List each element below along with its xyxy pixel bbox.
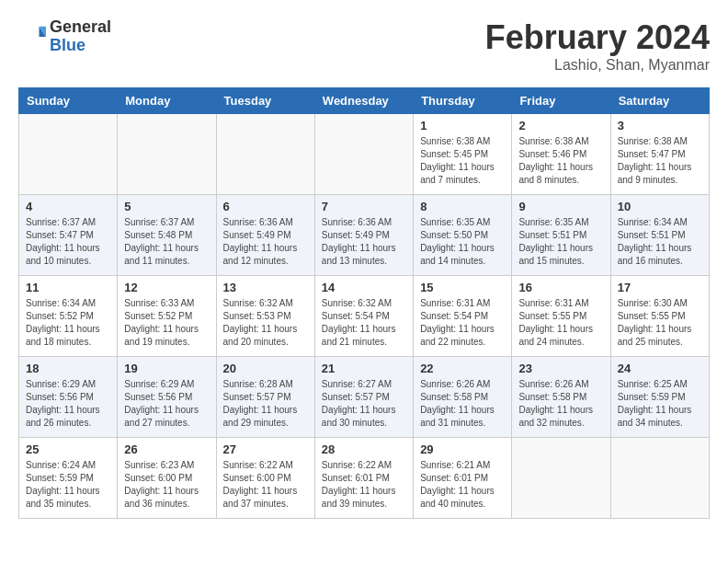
day-info: Sunrise: 6:30 AM Sunset: 5:55 PM Dayligh…	[618, 297, 702, 349]
day-number: 19	[124, 362, 209, 375]
day-info: Sunrise: 6:22 AM Sunset: 6:01 PM Dayligh…	[322, 459, 406, 511]
day-info: Sunrise: 6:23 AM Sunset: 6:00 PM Dayligh…	[124, 459, 209, 511]
day-number: 29	[420, 442, 505, 456]
col-header-sunday: Sunday	[19, 88, 118, 114]
day-cell: 5Sunrise: 6:37 AM Sunset: 5:48 PM Daylig…	[118, 195, 216, 276]
week-row-2: 4Sunrise: 6:37 AM Sunset: 5:47 PM Daylig…	[19, 195, 710, 276]
day-info: Sunrise: 6:32 AM Sunset: 5:54 PM Dayligh…	[322, 297, 406, 349]
day-number: 13	[223, 281, 308, 294]
day-number: 20	[223, 362, 308, 375]
day-cell	[118, 114, 216, 195]
day-cell: 21Sunrise: 6:27 AM Sunset: 5:57 PM Dayli…	[314, 357, 413, 438]
day-info: Sunrise: 6:38 AM Sunset: 5:45 PM Dayligh…	[420, 135, 505, 187]
header-row: SundayMondayTuesdayWednesdayThursdayFrid…	[19, 88, 710, 114]
day-number: 5	[124, 200, 209, 213]
col-header-thursday: Thursday	[414, 88, 512, 114]
day-info: Sunrise: 6:38 AM Sunset: 5:46 PM Dayligh…	[518, 135, 603, 187]
day-cell: 25Sunrise: 6:24 AM Sunset: 5:59 PM Dayli…	[19, 438, 118, 519]
month-title: February 2024	[485, 18, 710, 57]
day-number: 22	[420, 362, 505, 375]
day-cell: 2Sunrise: 6:38 AM Sunset: 5:46 PM Daylig…	[512, 114, 610, 195]
logo-general: General	[50, 18, 111, 37]
day-cell: 10Sunrise: 6:34 AM Sunset: 5:51 PM Dayli…	[610, 195, 709, 276]
day-number: 25	[26, 442, 110, 456]
day-cell: 28Sunrise: 6:22 AM Sunset: 6:01 PM Dayli…	[314, 438, 413, 519]
calendar-table: SundayMondayTuesdayWednesdayThursdayFrid…	[18, 87, 710, 519]
day-cell: 4Sunrise: 6:37 AM Sunset: 5:47 PM Daylig…	[19, 195, 118, 276]
day-cell	[216, 114, 314, 195]
day-cell: 6Sunrise: 6:36 AM Sunset: 5:49 PM Daylig…	[216, 195, 314, 276]
title-block: February 2024 Lashio, Shan, Myanmar	[485, 18, 710, 74]
col-header-tuesday: Tuesday	[216, 88, 314, 114]
day-number: 8	[420, 200, 505, 213]
day-number: 21	[322, 362, 406, 375]
day-info: Sunrise: 6:38 AM Sunset: 5:47 PM Dayligh…	[618, 135, 702, 187]
day-cell: 19Sunrise: 6:29 AM Sunset: 5:56 PM Dayli…	[118, 357, 216, 438]
week-row-4: 18Sunrise: 6:29 AM Sunset: 5:56 PM Dayli…	[19, 357, 710, 438]
day-cell: 7Sunrise: 6:36 AM Sunset: 5:49 PM Daylig…	[314, 195, 413, 276]
day-info: Sunrise: 6:34 AM Sunset: 5:51 PM Dayligh…	[618, 216, 702, 268]
day-info: Sunrise: 6:37 AM Sunset: 5:47 PM Dayligh…	[26, 216, 110, 268]
day-info: Sunrise: 6:29 AM Sunset: 5:56 PM Dayligh…	[124, 378, 209, 430]
day-info: Sunrise: 6:26 AM Sunset: 5:58 PM Dayligh…	[420, 378, 505, 430]
day-cell: 23Sunrise: 6:26 AM Sunset: 5:58 PM Dayli…	[512, 357, 610, 438]
day-number: 14	[322, 281, 406, 294]
day-info: Sunrise: 6:34 AM Sunset: 5:52 PM Dayligh…	[26, 297, 110, 349]
day-cell: 16Sunrise: 6:31 AM Sunset: 5:55 PM Dayli…	[512, 276, 610, 357]
logo-icon	[18, 23, 46, 51]
day-cell: 12Sunrise: 6:33 AM Sunset: 5:52 PM Dayli…	[118, 276, 216, 357]
day-cell: 26Sunrise: 6:23 AM Sunset: 6:00 PM Dayli…	[118, 438, 216, 519]
day-cell: 8Sunrise: 6:35 AM Sunset: 5:50 PM Daylig…	[414, 195, 512, 276]
day-number: 3	[618, 119, 702, 132]
day-number: 28	[322, 442, 406, 456]
day-info: Sunrise: 6:35 AM Sunset: 5:51 PM Dayligh…	[518, 216, 603, 268]
day-info: Sunrise: 6:22 AM Sunset: 6:00 PM Dayligh…	[223, 459, 308, 511]
day-number: 27	[223, 442, 308, 456]
day-number: 10	[618, 200, 702, 213]
day-cell: 29Sunrise: 6:21 AM Sunset: 6:01 PM Dayli…	[414, 438, 512, 519]
col-header-saturday: Saturday	[610, 88, 709, 114]
day-cell	[314, 114, 413, 195]
day-cell	[19, 114, 118, 195]
day-number: 26	[124, 442, 209, 456]
week-row-1: 1Sunrise: 6:38 AM Sunset: 5:45 PM Daylig…	[19, 114, 710, 195]
day-cell	[512, 438, 610, 519]
day-info: Sunrise: 6:37 AM Sunset: 5:48 PM Dayligh…	[124, 216, 209, 268]
day-info: Sunrise: 6:26 AM Sunset: 5:58 PM Dayligh…	[518, 378, 603, 430]
day-cell: 9Sunrise: 6:35 AM Sunset: 5:51 PM Daylig…	[512, 195, 610, 276]
day-cell: 1Sunrise: 6:38 AM Sunset: 5:45 PM Daylig…	[414, 114, 512, 195]
day-cell: 22Sunrise: 6:26 AM Sunset: 5:58 PM Dayli…	[414, 357, 512, 438]
day-number: 9	[518, 200, 603, 213]
location: Lashio, Shan, Myanmar	[485, 57, 710, 74]
day-cell: 15Sunrise: 6:31 AM Sunset: 5:54 PM Dayli…	[414, 276, 512, 357]
day-cell: 20Sunrise: 6:28 AM Sunset: 5:57 PM Dayli…	[216, 357, 314, 438]
day-number: 17	[618, 281, 702, 294]
day-cell: 3Sunrise: 6:38 AM Sunset: 5:47 PM Daylig…	[610, 114, 709, 195]
logo-blue: Blue	[50, 37, 111, 55]
day-info: Sunrise: 6:36 AM Sunset: 5:49 PM Dayligh…	[322, 216, 406, 268]
day-number: 1	[420, 119, 505, 132]
day-cell: 18Sunrise: 6:29 AM Sunset: 5:56 PM Dayli…	[19, 357, 118, 438]
day-number: 7	[322, 200, 406, 213]
day-cell: 14Sunrise: 6:32 AM Sunset: 5:54 PM Dayli…	[314, 276, 413, 357]
day-number: 12	[124, 281, 209, 294]
day-number: 15	[420, 281, 505, 294]
day-info: Sunrise: 6:36 AM Sunset: 5:49 PM Dayligh…	[223, 216, 308, 268]
page-header: General Blue February 2024 Lashio, Shan,…	[18, 18, 710, 74]
day-info: Sunrise: 6:28 AM Sunset: 5:57 PM Dayligh…	[223, 378, 308, 430]
day-info: Sunrise: 6:31 AM Sunset: 5:54 PM Dayligh…	[420, 297, 505, 349]
day-cell: 27Sunrise: 6:22 AM Sunset: 6:00 PM Dayli…	[216, 438, 314, 519]
day-number: 2	[518, 119, 603, 132]
col-header-wednesday: Wednesday	[314, 88, 413, 114]
day-cell: 13Sunrise: 6:32 AM Sunset: 5:53 PM Dayli…	[216, 276, 314, 357]
day-info: Sunrise: 6:21 AM Sunset: 6:01 PM Dayligh…	[420, 459, 505, 511]
day-cell: 11Sunrise: 6:34 AM Sunset: 5:52 PM Dayli…	[19, 276, 118, 357]
day-cell	[610, 438, 709, 519]
week-row-5: 25Sunrise: 6:24 AM Sunset: 5:59 PM Dayli…	[19, 438, 710, 519]
week-row-3: 11Sunrise: 6:34 AM Sunset: 5:52 PM Dayli…	[19, 276, 710, 357]
col-header-monday: Monday	[118, 88, 216, 114]
day-number: 16	[518, 281, 603, 294]
day-number: 23	[518, 362, 603, 375]
logo: General Blue	[18, 18, 111, 55]
day-info: Sunrise: 6:27 AM Sunset: 5:57 PM Dayligh…	[322, 378, 406, 430]
